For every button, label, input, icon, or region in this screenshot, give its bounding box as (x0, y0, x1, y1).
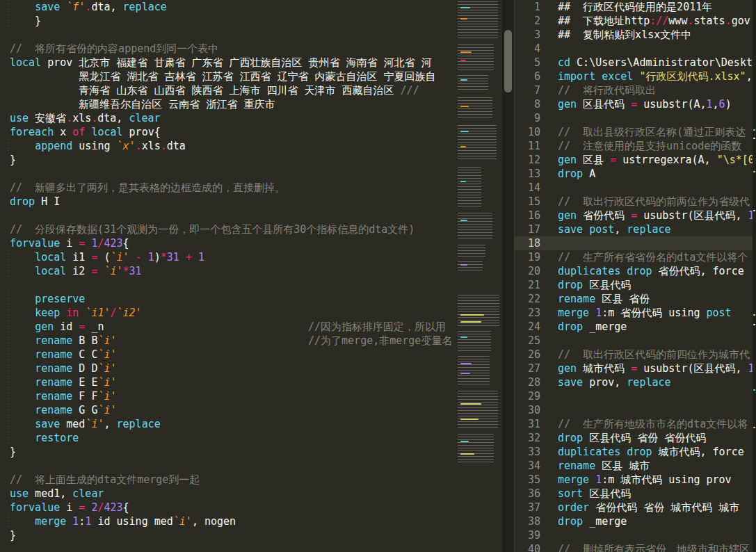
left-editor-pane[interactable]: save `f'.dta, replace }// 将所有省份的内容append… (0, 0, 456, 552)
code-editor-window: save `f'.dta, replace }// 将所有省份的内容append… (0, 0, 756, 552)
code-token: dta (91, 1, 110, 13)
code-token (60, 1, 66, 13)
scrollbar-track[interactable] (502, 0, 515, 552)
code-token: sort (558, 487, 583, 500)
code-token: /// (401, 84, 419, 97)
right-pane-minimap[interactable] (753, 0, 756, 552)
line-number: 22 (515, 292, 546, 306)
code-token: save (35, 1, 60, 13)
line-number: 26 (515, 348, 546, 362)
code-token (10, 140, 35, 152)
code-text: ## 行政区代码使用的是2011年 (546, 0, 712, 14)
code-token: , (614, 223, 627, 236)
code-line: 黑龙江省 湖北省 吉林省 江苏省 江西省 辽宁省 内蒙古自治区 宁夏回族自 (10, 70, 436, 83)
minimap-speck (753, 314, 755, 316)
code-text: ## 复制粘贴到xlsx文件中 (546, 28, 691, 42)
code-token: :m 省份代码 using (602, 307, 706, 319)
code-token: . (136, 140, 142, 152)
code-token: G G (72, 404, 97, 416)
line-number: 34 (515, 459, 546, 473)
code-token: 1 (72, 515, 79, 528)
code-token: save (35, 418, 60, 430)
code-token: , (111, 1, 123, 13)
minimap-block (458, 295, 499, 327)
code-token: ) (725, 98, 732, 111)
code-token: C C (72, 348, 97, 361)
code-token: www (668, 15, 687, 27)
code-token: , (713, 98, 719, 111)
code-token: F F (72, 390, 97, 403)
code-line: 27gen 城市代码 = usubstr(区县代码, 1 (515, 362, 756, 375)
code-token: dta (167, 140, 186, 152)
code-line: 青海省 山东省 山西省 陕西省 上海市 四川省 天津市 西藏自治区 /// (10, 83, 436, 97)
minimap-block (458, 434, 494, 464)
code-token: // 新疆多出了两列，是其表格的边框造成的，直接删掉。 (10, 181, 285, 194)
code-token: `i' (97, 390, 116, 403)
code-token: } (10, 446, 16, 458)
code-line (10, 209, 436, 222)
scrollbar-thumb[interactable] (504, 30, 512, 92)
code-token: { (123, 237, 129, 250)
left-pane-minimap[interactable] (456, 0, 502, 552)
code-token: append (35, 140, 72, 152)
code-token: gen (558, 362, 577, 375)
code-token: 区县代码 (583, 279, 631, 291)
code-token: stats (693, 15, 725, 27)
code-token: 31 (167, 251, 179, 263)
code-token: // 注意使用的是支持unicode的函数 (558, 140, 741, 152)
minimap-colored-bar (460, 106, 469, 107)
code-token: import (558, 70, 595, 83)
code-token: gen (558, 209, 577, 222)
code-text: cd C:\Users\Administrator\Deskto (546, 56, 756, 70)
code-token (179, 251, 186, 263)
minimap-block (458, 391, 498, 430)
code-token: * (123, 265, 129, 277)
code-text: gen 城市代码 = usubstr(区县代码, 1 (546, 362, 755, 375)
code-line: 37order 省份代码 省份 城市代码 城市 (515, 501, 756, 514)
left-code-area[interactable]: save `f'.dta, replace }// 将所有省份的内容append… (10, 0, 436, 542)
code-text: // 注意使用的是支持unicode的函数 (546, 139, 741, 153)
line-number: 15 (515, 195, 546, 209)
minimap-colored-bar (460, 419, 478, 420)
indent-guide (8, 514, 8, 528)
code-token: usubstr(A, (637, 98, 706, 111)
code-text: drop A (546, 167, 595, 181)
code-token: `i1' (85, 307, 110, 319)
line-number: 13 (515, 167, 546, 181)
code-token: _merge (583, 320, 627, 333)
minimap-colored-bar (460, 403, 481, 405)
code-token: , (104, 418, 116, 430)
code-token: ( (97, 251, 110, 263)
line-number: 14 (515, 181, 546, 195)
code-text: // 将行政代码取出 (546, 83, 656, 97)
code-token: :// (650, 15, 668, 27)
line-number: 29 (515, 389, 546, 403)
code-token: 1 (148, 251, 154, 263)
code-token: 城市代码 (577, 362, 631, 375)
code-token: // 删掉所有表示省份、地级市和市辖区 (558, 543, 750, 552)
code-token: `i' (173, 515, 192, 528)
code-line: 7// 将行政代码取出 (515, 83, 756, 97)
code-token: usubstr(区县代码, (637, 209, 748, 222)
minimap-colored-bar (460, 373, 470, 374)
code-line: 31// 生产所有地级市市名的dta文件以将 (515, 417, 756, 431)
code-token (583, 223, 589, 236)
code-token (192, 251, 198, 263)
code-token: merge (35, 515, 66, 528)
code-token: xls (72, 112, 91, 124)
code-token: } (10, 154, 16, 166)
code-line: 11// 注意使用的是支持unicode的函数 (515, 139, 756, 153)
code-line: } (10, 445, 436, 459)
line-number: 24 (515, 320, 546, 334)
line-number: 19 (515, 250, 546, 264)
code-line: 12gen 区县 = ustrregexra(A, "\s*[0- (515, 153, 756, 167)
right-editor-pane[interactable]: 1## 行政区代码使用的是2011年2## 下载地址http://www.sta… (515, 0, 756, 552)
code-text: // 生产所有省省份名的dta文件以将个 (546, 250, 748, 264)
code-line: } (10, 14, 436, 28)
code-line: preserve (10, 292, 436, 306)
code-text: save post, replace (546, 222, 671, 236)
line-number: 23 (515, 306, 546, 320)
right-code-area[interactable]: 1## 行政区代码使用的是2011年2## 下载地址http://www.sta… (515, 0, 756, 552)
line-number: 8 (515, 97, 546, 111)
code-token (60, 307, 66, 319)
